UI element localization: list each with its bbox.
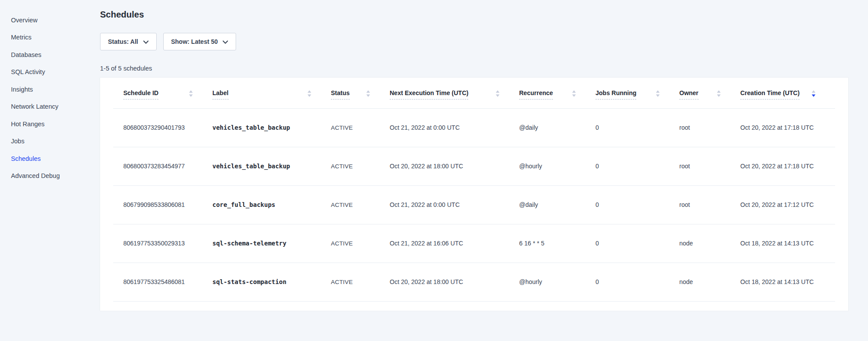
cell-status: ACTIVE xyxy=(331,224,390,263)
column-label[interactable]: Creation Time (UTC) xyxy=(740,89,800,99)
sidebar-item-hot-ranges[interactable]: Hot Ranges xyxy=(11,115,94,133)
cell-jobs-running: 0 xyxy=(595,147,679,185)
cell-jobs-running: 0 xyxy=(595,263,679,301)
cell-owner: node xyxy=(679,224,740,263)
cell-schedule-id: 806197753325486081 xyxy=(113,263,212,301)
chevron-down-icon xyxy=(143,40,149,44)
show-filter-dropdown[interactable]: Show: Latest 50 xyxy=(163,33,237,50)
column-label[interactable]: Owner xyxy=(679,89,699,99)
cell-label: vehicles_table_backup xyxy=(212,147,331,185)
cell-status: ACTIVE xyxy=(331,108,390,147)
cell-next-execution: Oct 21, 2022 at 16:06 UTC xyxy=(390,224,519,263)
column-header-next-execution-time[interactable]: Next Execution Time (UTC) xyxy=(390,78,519,108)
cell-owner: root xyxy=(679,185,740,224)
cell-creation-time: Oct 18, 2022 at 14:13 UTC xyxy=(740,263,835,301)
cell-creation-time: Oct 20, 2022 at 17:18 UTC xyxy=(740,108,835,147)
column-label[interactable]: Label xyxy=(212,89,229,99)
schedules-table: Schedule ID Label Status Next Execution … xyxy=(113,78,835,302)
cell-creation-time: Oct 18, 2022 at 14:13 UTC xyxy=(740,224,835,263)
show-filter-label: Show: Latest 50 xyxy=(171,38,218,45)
sort-icon[interactable] xyxy=(366,90,370,99)
main-content: Schedules Status: All Show: Latest 50 1-… xyxy=(100,0,848,311)
column-header-recurrence[interactable]: Recurrence xyxy=(519,78,595,108)
sidebar-item-databases[interactable]: Databases xyxy=(11,46,94,64)
cell-recurrence: @hourly xyxy=(519,263,595,301)
column-header-owner[interactable]: Owner xyxy=(679,78,740,108)
sidebar-item-advanced-debug[interactable]: Advanced Debug xyxy=(11,167,94,185)
cell-status: ACTIVE xyxy=(331,185,390,224)
schedules-table-card: Schedule ID Label Status Next Execution … xyxy=(100,78,848,311)
cell-status: ACTIVE xyxy=(331,147,390,185)
sidebar-item-overview[interactable]: Overview xyxy=(11,11,94,29)
column-label[interactable]: Next Execution Time (UTC) xyxy=(390,89,468,99)
cell-schedule-id: 806800373283454977 xyxy=(113,147,212,185)
table-row: 806800373290401793 vehicles_table_backup… xyxy=(113,108,835,147)
cell-schedule-id: 806799098533806081 xyxy=(113,185,212,224)
sidebar-item-jobs[interactable]: Jobs xyxy=(11,133,94,150)
column-label[interactable]: Status xyxy=(331,89,350,99)
sidebar: Overview Metrics Databases SQL Activity … xyxy=(0,0,94,341)
column-label[interactable]: Recurrence xyxy=(519,89,553,99)
table-row: 806197753325486081 sql-stats-compaction … xyxy=(113,263,835,301)
page-title: Schedules xyxy=(100,10,848,20)
cell-next-execution: Oct 20, 2022 at 18:00 UTC xyxy=(390,147,519,185)
table-header-row: Schedule ID Label Status Next Execution … xyxy=(113,78,835,108)
cell-recurrence: @hourly xyxy=(519,147,595,185)
sort-icon[interactable] xyxy=(656,90,660,99)
cell-owner: node xyxy=(679,263,740,301)
table-row: 806800373283454977 vehicles_table_backup… xyxy=(113,147,835,185)
cell-next-execution: Oct 20, 2022 at 18:00 UTC xyxy=(390,263,519,301)
table-row: 806197753350029313 sql-schema-telemetry … xyxy=(113,224,835,263)
cell-owner: root xyxy=(679,108,740,147)
sort-icon[interactable] xyxy=(717,90,721,99)
sidebar-item-schedules[interactable]: Schedules xyxy=(11,150,94,167)
cell-jobs-running: 0 xyxy=(595,108,679,147)
table-row: 806799098533806081 core_full_backups ACT… xyxy=(113,185,835,224)
cell-label: vehicles_table_backup xyxy=(212,108,331,147)
cell-jobs-running: 0 xyxy=(595,224,679,263)
sidebar-item-insights[interactable]: Insights xyxy=(11,81,94,98)
cell-label: sql-schema-telemetry xyxy=(212,224,331,263)
column-header-creation-time[interactable]: Creation Time (UTC) xyxy=(740,78,835,108)
column-header-status[interactable]: Status xyxy=(331,78,390,108)
cell-label: sql-stats-compaction xyxy=(212,263,331,301)
sort-desc-icon[interactable] xyxy=(811,90,816,99)
cell-schedule-id: 806800373290401793 xyxy=(113,108,212,147)
filter-bar: Status: All Show: Latest 50 xyxy=(100,33,848,50)
cell-label: core_full_backups xyxy=(212,185,331,224)
sidebar-item-sql-activity[interactable]: SQL Activity xyxy=(11,64,94,81)
status-filter-dropdown[interactable]: Status: All xyxy=(100,33,157,50)
sort-icon[interactable] xyxy=(572,90,576,99)
column-header-schedule-id[interactable]: Schedule ID xyxy=(113,78,212,108)
cell-recurrence: @daily xyxy=(519,108,595,147)
cell-jobs-running: 0 xyxy=(595,185,679,224)
cell-recurrence: 6 16 * * 5 xyxy=(519,224,595,263)
sort-icon[interactable] xyxy=(189,90,193,99)
column-header-jobs-running[interactable]: Jobs Running xyxy=(595,78,679,108)
cell-creation-time: Oct 20, 2022 at 17:12 UTC xyxy=(740,185,835,224)
column-label[interactable]: Jobs Running xyxy=(595,89,636,99)
cell-next-execution: Oct 21, 2022 at 0:00 UTC xyxy=(390,185,519,224)
results-count: 1-5 of 5 schedules xyxy=(100,65,848,72)
sidebar-item-metrics[interactable]: Metrics xyxy=(11,29,94,46)
status-filter-label: Status: All xyxy=(108,38,138,45)
cell-recurrence: @daily xyxy=(519,185,595,224)
cell-status: ACTIVE xyxy=(331,263,390,301)
chevron-down-icon xyxy=(222,40,228,44)
cell-creation-time: Oct 20, 2022 at 17:18 UTC xyxy=(740,147,835,185)
cell-owner: root xyxy=(679,147,740,185)
sort-icon[interactable] xyxy=(495,90,500,99)
column-label[interactable]: Schedule ID xyxy=(123,89,158,99)
sidebar-item-network-latency[interactable]: Network Latency xyxy=(11,98,94,116)
cell-next-execution: Oct 21, 2022 at 0:00 UTC xyxy=(390,108,519,147)
column-header-label[interactable]: Label xyxy=(212,78,331,108)
cell-schedule-id: 806197753350029313 xyxy=(113,224,212,263)
sort-icon[interactable] xyxy=(307,90,312,99)
